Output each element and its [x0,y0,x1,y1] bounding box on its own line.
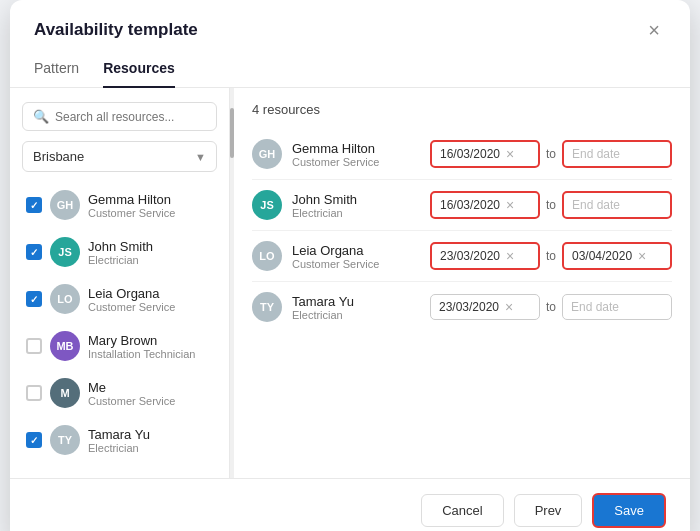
tab-pattern[interactable]: Pattern [34,52,79,88]
checkbox-gemma[interactable] [26,197,42,213]
list-item: JSJohn SmithElectrician [22,229,217,276]
location-value: Brisbane [33,149,84,164]
checkbox-me[interactable] [26,385,42,401]
start-date-gemma[interactable]: 16/03/2020× [430,140,540,168]
start-date-clear-tamara[interactable]: × [505,300,513,314]
right-name-leia: Leia Organa [292,243,379,258]
tab-bar: Pattern Resources [10,42,690,88]
tab-resources[interactable]: Resources [103,52,175,88]
right-name-john: John Smith [292,192,357,207]
avatar-john: JS [50,237,80,267]
end-date-clear-leia[interactable]: × [638,249,646,263]
resources-count: 4 resources [252,102,672,117]
date-range-john: 16/03/2020×toEnd date [430,191,672,219]
checkbox-tamara[interactable] [26,432,42,448]
resource-name-mary: Mary Brown [88,333,195,348]
left-panel: 🔍 Brisbane ▼ GHGemma HiltonCustomer Serv… [10,88,230,478]
resource-row-tamara: TYTamara YuElectrician23/03/2020×toEnd d… [252,282,672,332]
right-avatar-leia: LO [252,241,282,271]
save-button[interactable]: Save [592,493,666,528]
start-date-clear-gemma[interactable]: × [506,147,514,161]
prev-button[interactable]: Prev [514,494,583,527]
right-avatar-gemma: GH [252,139,282,169]
list-item: GHGemma HiltonCustomer Service [22,182,217,229]
resource-name-tamara: Tamara Yu [88,427,150,442]
avatar-tamara: TY [50,425,80,455]
date-range-tamara: 23/03/2020×toEnd date [430,294,672,320]
resource-role-me: Customer Service [88,395,175,407]
checkbox-john[interactable] [26,244,42,260]
close-button[interactable]: × [642,18,666,42]
avatar-mary: MB [50,331,80,361]
list-item: LOLeia OrganaCustomer Service [22,276,217,323]
date-range-gemma: 16/03/2020×toEnd date [430,140,672,168]
modal-body: 🔍 Brisbane ▼ GHGemma HiltonCustomer Serv… [10,88,690,478]
right-name-tamara: Tamara Yu [292,294,354,309]
resource-role-leia: Customer Service [88,301,175,313]
end-date-tamara[interactable]: End date [562,294,672,320]
list-item: MBMary BrownInstallation Technician [22,323,217,370]
location-dropdown[interactable]: Brisbane ▼ [22,141,217,172]
to-label-gemma: to [546,147,556,161]
date-range-leia: 23/03/2020×to03/04/2020× [430,242,672,270]
search-box: 🔍 [22,102,217,131]
resource-name-leia: Leia Organa [88,286,175,301]
right-role-john: Electrician [292,207,357,219]
resource-rows: GHGemma HiltonCustomer Service16/03/2020… [252,129,672,332]
start-date-clear-john[interactable]: × [506,198,514,212]
resource-list: GHGemma HiltonCustomer ServiceJSJohn Smi… [22,182,217,464]
right-role-gemma: Customer Service [292,156,379,168]
checkbox-mary[interactable] [26,338,42,354]
scroll-thumb [230,108,234,158]
end-date-john[interactable]: End date [562,191,672,219]
avatar-gemma: GH [50,190,80,220]
right-name-gemma: Gemma Hilton [292,141,379,156]
checkbox-leia[interactable] [26,291,42,307]
right-avatar-tamara: TY [252,292,282,322]
resource-role-gemma: Customer Service [88,207,175,219]
chevron-down-icon: ▼ [195,151,206,163]
modal-footer: Cancel Prev Save [10,478,690,531]
to-label-tamara: to [546,300,556,314]
resource-role-john: Electrician [88,254,153,266]
search-icon: 🔍 [33,109,49,124]
end-date-gemma[interactable]: End date [562,140,672,168]
start-date-clear-leia[interactable]: × [506,249,514,263]
to-label-leia: to [546,249,556,263]
resource-row-leia: LOLeia OrganaCustomer Service23/03/2020×… [252,231,672,282]
start-date-leia[interactable]: 23/03/2020× [430,242,540,270]
resource-role-mary: Installation Technician [88,348,195,360]
start-date-tamara[interactable]: 23/03/2020× [430,294,540,320]
right-avatar-john: JS [252,190,282,220]
modal-header: Availability template × [10,0,690,42]
avatar-leia: LO [50,284,80,314]
avatar-me: M [50,378,80,408]
list-item: TYTamara YuElectrician [22,417,217,464]
search-input[interactable] [55,110,206,124]
resource-name-gemma: Gemma Hilton [88,192,175,207]
right-role-tamara: Electrician [292,309,354,321]
resource-role-tamara: Electrician [88,442,150,454]
resource-name-me: Me [88,380,175,395]
right-panel: 4 resources GHGemma HiltonCustomer Servi… [234,88,690,478]
scroll-track [230,88,234,478]
list-item: MMeCustomer Service [22,370,217,417]
resource-row-john: JSJohn SmithElectrician16/03/2020×toEnd … [252,180,672,231]
start-date-john[interactable]: 16/03/2020× [430,191,540,219]
resource-name-john: John Smith [88,239,153,254]
resource-row-gemma: GHGemma HiltonCustomer Service16/03/2020… [252,129,672,180]
to-label-john: to [546,198,556,212]
modal: Availability template × Pattern Resource… [10,0,690,531]
right-role-leia: Customer Service [292,258,379,270]
cancel-button[interactable]: Cancel [421,494,503,527]
end-date-leia[interactable]: 03/04/2020× [562,242,672,270]
modal-title: Availability template [34,20,198,40]
